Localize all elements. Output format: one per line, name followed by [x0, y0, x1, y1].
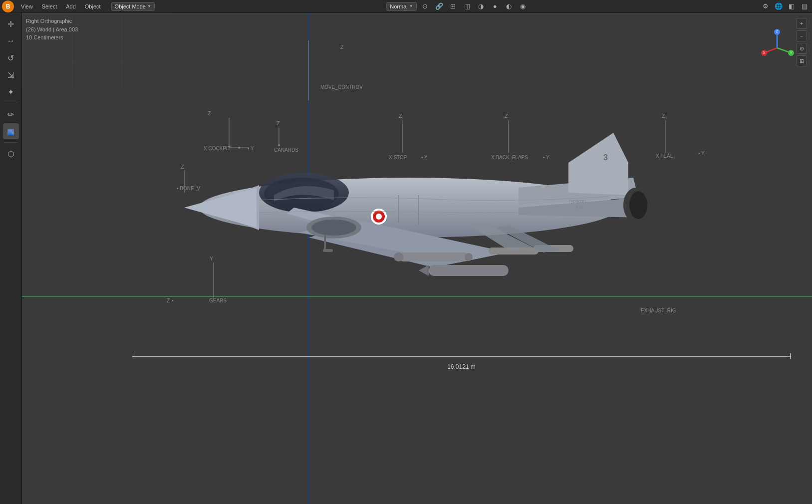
vp-zoom-out[interactable]: −	[796, 30, 807, 41]
editor-type-icon[interactable]: ⚙	[760, 1, 771, 12]
svg-rect-2	[22, 13, 172, 88]
svg-marker-55	[289, 210, 349, 230]
separator-1	[108, 2, 108, 11]
app-logo: B	[2, 0, 14, 12]
svg-text:Z: Z	[208, 110, 211, 116]
sidebar-cursor-tool[interactable]: ✛	[3, 16, 19, 32]
svg-text:Z: Z	[399, 113, 402, 119]
svg-text:X BACK_FLAPS: X BACK_FLAPS	[491, 155, 528, 160]
svg-point-43	[238, 147, 240, 149]
object-mode-dropdown[interactable]: Object Mode ▼	[111, 2, 155, 11]
svg-point-58	[311, 220, 356, 236]
svg-text:Z •: Z •	[167, 297, 174, 303]
svg-marker-53	[309, 223, 484, 267]
svg-text:X TEAL: X TEAL	[656, 153, 673, 159]
measurement-container: 16.0121 m	[132, 351, 791, 370]
svg-point-51	[259, 173, 349, 213]
snap-icon[interactable]: 🔗	[434, 1, 445, 12]
svg-text:Z: Z	[662, 113, 665, 119]
svg-text:GEARS: GEARS	[209, 298, 227, 303]
svg-text:FT6: FT6	[576, 205, 583, 210]
shading-solid-icon[interactable]: ●	[490, 1, 501, 12]
menu-select[interactable]: Select	[38, 2, 61, 10]
vp-grid[interactable]: ⊞	[796, 55, 807, 66]
svg-text:• Y: • Y	[543, 155, 549, 160]
sidebar-sep-2	[4, 142, 18, 143]
menu-add[interactable]: Add	[62, 2, 80, 10]
svg-text:EXHAUST_RIG: EXHAUST_RIG	[641, 308, 676, 313]
viewport-right-buttons: + − ⊙ ⊞	[796, 18, 807, 66]
svg-marker-79	[496, 225, 558, 252]
svg-text:X: X	[763, 51, 766, 54]
svg-marker-47	[184, 188, 257, 228]
sidebar-mesh-tool[interactable]: ⬡	[3, 146, 19, 162]
sidebar-annotate-tool[interactable]: ✏	[3, 106, 19, 122]
svg-text:• BONE_V: • BONE_V	[177, 186, 200, 191]
vp-zoom-in[interactable]: +	[796, 18, 807, 29]
menu-view[interactable]: View	[17, 2, 37, 10]
svg-text:MOVE_CONTROV: MOVE_CONTROV	[320, 84, 363, 90]
dropdown-arrow: ▼	[147, 4, 151, 8]
svg-marker-46	[199, 185, 259, 230]
sidebar-rotate-tool[interactable]: ↺	[3, 50, 19, 66]
toolbar-right: ⚙ 🌐 ◧ ▤	[760, 1, 810, 12]
svg-point-67	[629, 191, 647, 219]
viewport-divider	[22, 296, 812, 297]
crosshair-horizontal	[22, 296, 812, 297]
shading-label: Normal	[390, 3, 407, 9]
svg-point-70	[376, 214, 382, 220]
vp-camera[interactable]: ⊙	[796, 43, 807, 54]
shading-material-icon[interactable]: ◐	[504, 1, 515, 12]
svg-text:Typhoon: Typhoon	[568, 199, 586, 204]
svg-point-61	[465, 253, 473, 261]
crosshair-vertical	[308, 13, 309, 504]
svg-text:• Y: • Y	[421, 155, 428, 160]
orbit-icon[interactable]: ⊙	[420, 1, 431, 12]
svg-rect-64	[489, 248, 539, 254]
svg-point-60	[394, 252, 404, 261]
svg-text:Z: Z	[776, 29, 779, 33]
svg-marker-50	[568, 133, 628, 195]
svg-point-57	[306, 217, 361, 239]
sidebar-scale-tool[interactable]: ⇲	[3, 67, 19, 83]
measurement-svg	[132, 351, 791, 361]
svg-text:3: 3	[603, 153, 608, 162]
svg-text:• Y: • Y	[248, 146, 254, 151]
viewport[interactable]: Right Orthographic (26) World | Area.003…	[22, 13, 812, 504]
svg-point-45	[199, 178, 618, 238]
measurement-value: 16.0121 m	[132, 363, 791, 370]
svg-rect-59	[399, 252, 469, 261]
menu-bar: View Select Add Object	[17, 2, 105, 10]
svg-marker-56	[286, 208, 344, 226]
toolbar-center: Normal ▼ ⊙ 🔗 ⊞ ◫ ◑ ● ◐ ◉	[156, 1, 759, 12]
overlay-icon[interactable]: ⊞	[448, 1, 459, 12]
svg-rect-62	[429, 265, 509, 276]
svg-text:X COCKPIT: X COCKPIT	[204, 146, 231, 151]
mode-label: Object Mode	[115, 3, 146, 9]
svg-rect-72	[323, 249, 333, 252]
sidebar-select-box[interactable]: ▦	[3, 123, 19, 139]
svg-text:X STOP: X STOP	[389, 155, 407, 160]
svg-marker-54	[299, 220, 509, 262]
scene-icon[interactable]: 🌐	[773, 1, 784, 12]
svg-point-68	[371, 209, 387, 225]
sidebar-move-tool[interactable]: ↔	[3, 33, 19, 49]
menu-object[interactable]: Object	[81, 2, 105, 10]
render-engine-icon[interactable]: ▤	[799, 1, 810, 12]
svg-point-69	[373, 211, 385, 223]
svg-text:• Y: • Y	[698, 151, 705, 156]
svg-text:Z: Z	[340, 44, 344, 50]
xray-icon[interactable]: ◫	[462, 1, 473, 12]
svg-marker-48	[519, 178, 638, 205]
svg-text:Z: Z	[181, 164, 184, 170]
top-toolbar: B View Select Add Object Object Mode ▼ N…	[0, 0, 812, 13]
sidebar-transform-tool[interactable]: ✦	[3, 84, 19, 100]
view-layer-icon[interactable]: ◧	[786, 1, 797, 12]
shading-render-icon[interactable]: ◉	[518, 1, 529, 12]
svg-text:Y: Y	[210, 255, 214, 261]
svg-rect-65	[534, 245, 573, 252]
shading-wire-icon[interactable]: ◑	[476, 1, 487, 12]
grid-background	[22, 13, 172, 88]
shading-dropdown[interactable]: Normal ▼	[386, 2, 416, 11]
svg-text:Z: Z	[505, 113, 508, 119]
